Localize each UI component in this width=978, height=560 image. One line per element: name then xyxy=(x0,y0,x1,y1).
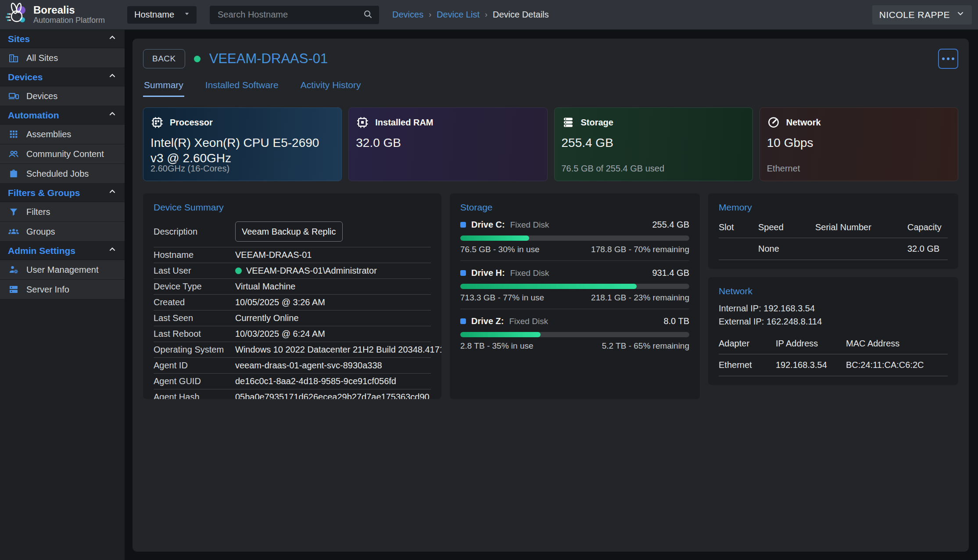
sidebar-item-assemblies[interactable]: Assemblies xyxy=(0,125,125,144)
sidebar-item-devices[interactable]: Devices xyxy=(0,86,125,106)
sidebar-section-automation[interactable]: Automation xyxy=(0,106,125,125)
drive-z-row: Drive Z: Fixed Disk 8.0 TB 2.8 TB - 35% … xyxy=(460,309,689,357)
processor-card-title: Processor xyxy=(170,118,213,128)
breadcrumb-device-list[interactable]: Device List xyxy=(437,10,480,20)
drive-h-progress-bar xyxy=(460,284,689,289)
drive-z-used: 2.8 TB - 35% in use xyxy=(460,341,534,351)
storage-panel-title: Storage xyxy=(460,202,689,213)
storage-subtext: 76.5 GB of 255.4 GB used xyxy=(562,164,665,174)
back-button[interactable]: BACK xyxy=(143,49,185,68)
summary-row-agent-hash: Agent Hash 05ba0e7935171d626ecea29b27d7a… xyxy=(154,389,431,399)
sidebar-item-groups[interactable]: Groups xyxy=(0,222,125,242)
drive-h-remaining: 218.1 GB - 23% remaining xyxy=(591,293,689,303)
processor-value: Intel(R) Xeon(R) CPU E5-2690 v3 @ 2.60GH… xyxy=(150,135,334,166)
sidebar-item-scheduled-jobs[interactable]: Scheduled Jobs xyxy=(0,164,125,184)
breadcrumb-separator-icon: › xyxy=(485,10,487,19)
summary-row-device-type: Device Type Virtual Machine xyxy=(154,279,431,295)
sidebar-item-server-info[interactable]: Server Info xyxy=(0,280,125,300)
user-menu[interactable]: NICOLE RAPPE xyxy=(872,5,972,25)
drive-bullet-icon xyxy=(460,318,466,324)
search-input[interactable] xyxy=(217,9,362,20)
network-value: 10 Gbps xyxy=(767,135,951,150)
user-gear-icon xyxy=(8,264,19,275)
description-input[interactable] xyxy=(235,221,343,242)
chevron-down-icon xyxy=(956,9,965,20)
grid-icon xyxy=(8,129,19,139)
device-actions-menu-button[interactable] xyxy=(938,49,958,69)
drive-h-row: Drive H: Fixed Disk 931.4 GB 713.3 GB - … xyxy=(460,261,689,309)
sidebar-section-admin-settings[interactable]: Admin Settings xyxy=(0,242,125,260)
sidebar-section-sites[interactable]: Sites xyxy=(0,30,125,48)
briefcase-icon xyxy=(8,169,19,178)
chevron-up-icon xyxy=(108,33,117,44)
network-subtext: Ethernet xyxy=(767,164,800,174)
summary-row-created: Created 10/05/2025 @ 3:26 AM xyxy=(154,295,431,310)
top-bar: Borealis Automation Platform Hostname De… xyxy=(0,0,978,30)
network-panel: Network Internal IP: 192.168.3.54 Extern… xyxy=(708,277,958,385)
summary-row-description: Description xyxy=(154,217,431,247)
network-panel-title: Network xyxy=(719,286,948,296)
chevron-up-icon xyxy=(108,245,117,256)
memory-header-serial: Serial Number xyxy=(815,222,907,232)
memory-header-speed: Speed xyxy=(758,222,815,232)
building-icon xyxy=(8,53,19,63)
installed-ram-card-title: Installed RAM xyxy=(375,118,433,128)
summary-row-last-seen: Last Seen Currently Online xyxy=(154,310,431,326)
device-title: VEEAM-DRAAS-01 xyxy=(209,51,328,67)
breadcrumb-devices[interactable]: Devices xyxy=(392,10,423,20)
chevron-up-icon xyxy=(108,71,117,82)
main-content: BACK VEEAM-DRAAS-01 Summary Installed So… xyxy=(125,30,978,560)
drive-c-progress-bar xyxy=(460,235,689,241)
memory-header-capacity: Capacity xyxy=(907,222,948,232)
sidebar-empty-area xyxy=(0,300,125,560)
storage-card: Storage 255.4 GB 76.5 GB of 255.4 GB use… xyxy=(554,107,753,181)
user-name: NICOLE RAPPE xyxy=(879,10,950,20)
tab-activity-history[interactable]: Activity History xyxy=(300,78,362,97)
sidebar-item-community-content[interactable]: Community Content xyxy=(0,144,125,164)
device-summary-title: Device Summary xyxy=(154,202,431,213)
breadcrumb-separator-icon: › xyxy=(429,10,431,19)
drive-c-row: Drive C: Fixed Disk 255.4 GB 76.5 GB - 3… xyxy=(460,213,689,261)
memory-panel-title: Memory xyxy=(719,202,948,213)
installed-ram-card: Installed RAM 32.0 GB xyxy=(348,107,547,181)
tab-installed-software[interactable]: Installed Software xyxy=(204,78,279,97)
summary-row-last-user: Last User VEEAM-DRAAS-01\Administrator xyxy=(154,263,431,279)
device-details-container: BACK VEEAM-DRAAS-01 Summary Installed So… xyxy=(133,39,969,552)
search-field-select[interactable]: Hostname xyxy=(127,6,197,24)
user-online-status-dot xyxy=(235,268,242,274)
filter-icon xyxy=(8,207,19,217)
stat-cards: Processor Intel(R) Xeon(R) CPU E5-2690 v… xyxy=(143,107,958,181)
detail-panels: Device Summary Description Hostname VEEA… xyxy=(143,193,958,399)
sidebar-section-filters-groups[interactable]: Filters & Groups xyxy=(0,184,125,202)
app-root: Borealis Automation Platform Hostname De… xyxy=(0,0,978,560)
sidebar: Sites All Sites Devices xyxy=(0,30,125,560)
cpu-icon xyxy=(150,116,164,129)
chevron-up-icon xyxy=(108,187,117,198)
sidebar-item-all-sites[interactable]: All Sites xyxy=(0,48,125,68)
summary-row-operating-system: Operating System Windows 10 2022 Datacen… xyxy=(154,342,431,358)
community-icon xyxy=(8,149,19,159)
drive-c-used: 76.5 GB - 30% in use xyxy=(460,245,540,254)
network-header-mac: MAC Address xyxy=(846,339,948,349)
memory-header-slot: Slot xyxy=(719,222,758,232)
device-tabs: Summary Installed Software Activity Hist… xyxy=(143,78,958,97)
memory-chip-icon xyxy=(356,116,369,129)
processor-subtext: 2.60GHz (16-Cores) xyxy=(150,164,229,174)
device-header: BACK VEEAM-DRAAS-01 xyxy=(143,47,958,70)
breadcrumb: Devices › Device List › Device Details xyxy=(392,10,549,20)
summary-row-hostname: Hostname VEEAM-DRAAS-01 xyxy=(154,247,431,263)
tab-summary[interactable]: Summary xyxy=(143,78,184,97)
server-icon xyxy=(8,284,19,295)
drive-z-progress-bar xyxy=(460,332,689,337)
memory-table: Slot Speed Serial Number Capacity None xyxy=(719,219,948,260)
caret-down-icon xyxy=(183,9,191,20)
sidebar-section-devices[interactable]: Devices xyxy=(0,68,125,86)
search-icon xyxy=(362,9,373,21)
network-card-title: Network xyxy=(786,118,821,128)
network-header-ip: IP Address xyxy=(776,339,846,349)
installed-ram-value: 32.0 GB xyxy=(356,135,540,150)
sidebar-item-filters[interactable]: Filters xyxy=(0,202,125,222)
sidebar-item-user-management[interactable]: User Management xyxy=(0,260,125,280)
storage-value: 255.4 GB xyxy=(562,135,745,150)
device-summary-panel: Device Summary Description Hostname VEEA… xyxy=(143,193,441,399)
